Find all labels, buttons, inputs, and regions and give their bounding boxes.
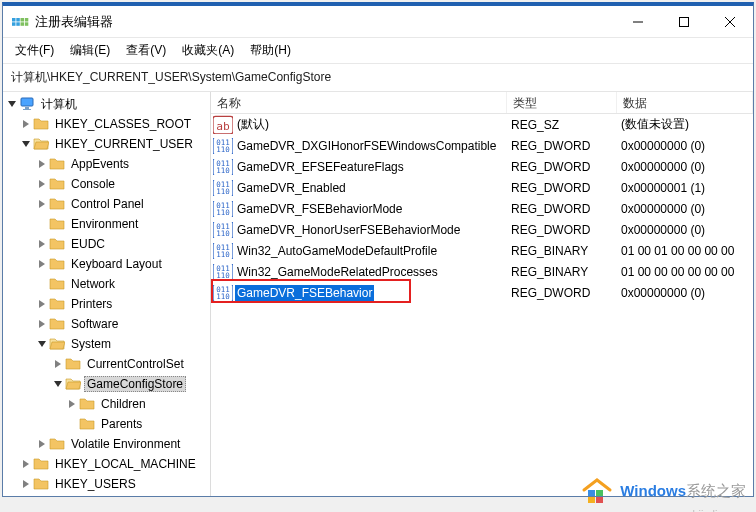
list-header[interactable]: 名称 类型 数据 <box>211 92 753 114</box>
tree-hkcc[interactable]: HKEY_CURRENT_CONFIG <box>5 494 210 496</box>
value-icon <box>213 117 233 133</box>
chevron-right-icon[interactable] <box>19 120 33 128</box>
tree-eudc[interactable]: EUDC <box>5 234 210 254</box>
tree-printers[interactable]: Printers <box>5 294 210 314</box>
tree-hkcr[interactable]: HKEY_CLASSES_ROOT <box>5 114 210 134</box>
value-type: REG_DWORD <box>505 181 615 195</box>
column-name[interactable]: 名称 <box>211 92 507 113</box>
folder-icon <box>49 157 65 171</box>
tree-appevents[interactable]: AppEvents <box>5 154 210 174</box>
value-row[interactable]: (默认)REG_SZ(数值未设置) <box>211 114 753 135</box>
value-row[interactable]: Win32_GameModeRelatedProcessesREG_BINARY… <box>211 261 753 282</box>
value-type: REG_BINARY <box>505 265 615 279</box>
chevron-down-icon[interactable] <box>35 340 49 348</box>
watermark-text1: Windows <box>620 482 686 499</box>
value-type: REG_DWORD <box>505 160 615 174</box>
value-row[interactable]: GameDVR_EFSEFeatureFlagsREG_DWORD0x00000… <box>211 156 753 177</box>
value-icon <box>213 243 233 259</box>
value-name: Win32_GameModeRelatedProcesses <box>235 264 440 280</box>
folder-icon <box>49 277 65 291</box>
menu-edit[interactable]: 编辑(E) <box>64 39 116 62</box>
tree-volatile-environment[interactable]: Volatile Environment <box>5 434 210 454</box>
folder-icon <box>49 257 65 271</box>
folder-icon <box>49 177 65 191</box>
folder-icon <box>79 397 95 411</box>
minimize-button[interactable] <box>615 7 661 37</box>
tree-hkcu[interactable]: HKEY_CURRENT_USER <box>5 134 210 154</box>
folder-icon <box>49 297 65 311</box>
registry-editor-window: 注册表编辑器 文件(F) 编辑(E) 查看(V) 收藏夹(A) 帮助(H) 计算… <box>2 2 754 497</box>
value-row[interactable]: GameDVR_FSEBehaviorREG_DWORD0x00000000 (… <box>211 282 753 303</box>
column-type[interactable]: 类型 <box>507 92 617 113</box>
value-row[interactable]: GameDVR_HonorUserFSEBehaviorModeREG_DWOR… <box>211 219 753 240</box>
menu-file[interactable]: 文件(F) <box>9 39 60 62</box>
value-type: REG_DWORD <box>505 202 615 216</box>
value-type: REG_DWORD <box>505 139 615 153</box>
maximize-button[interactable] <box>661 7 707 37</box>
tree-pane[interactable]: 计算机 HKEY_CLASSES_ROOT HKEY_CURRENT_USER … <box>3 92 211 496</box>
chevron-right-icon[interactable] <box>35 180 49 188</box>
tree-console[interactable]: Console <box>5 174 210 194</box>
tree-control-panel[interactable]: Control Panel <box>5 194 210 214</box>
value-data: 0x00000001 (1) <box>615 181 753 195</box>
chevron-right-icon[interactable] <box>19 460 33 468</box>
value-type: REG_DWORD <box>505 223 615 237</box>
value-row[interactable]: Win32_AutoGameModeDefaultProfileREG_BINA… <box>211 240 753 261</box>
value-data: 0x00000000 (0) <box>615 286 753 300</box>
chevron-right-icon[interactable] <box>65 400 79 408</box>
value-name: Win32_AutoGameModeDefaultProfile <box>235 243 439 259</box>
value-icon <box>213 222 233 238</box>
value-icon <box>213 285 233 301</box>
value-name: GameDVR_FSEBehaviorMode <box>235 201 404 217</box>
svg-rect-19 <box>588 497 595 503</box>
watermark-text2: 系统之家 <box>686 482 746 499</box>
chevron-down-icon[interactable] <box>51 380 65 388</box>
chevron-right-icon[interactable] <box>35 440 49 448</box>
chevron-right-icon[interactable] <box>35 200 49 208</box>
tree-currentcontrolset[interactable]: CurrentControlSet <box>5 354 210 374</box>
value-row[interactable]: GameDVR_FSEBehaviorModeREG_DWORD0x000000… <box>211 198 753 219</box>
value-type: REG_BINARY <box>505 244 615 258</box>
address-bar[interactable]: 计算机\HKEY_CURRENT_USER\System\GameConfigS… <box>3 64 753 92</box>
value-name: GameDVR_HonorUserFSEBehaviorMode <box>235 222 462 238</box>
tree-system[interactable]: System <box>5 334 210 354</box>
chevron-right-icon[interactable] <box>35 320 49 328</box>
chevron-right-icon[interactable] <box>35 300 49 308</box>
window-title: 注册表编辑器 <box>35 13 615 31</box>
tree-environment[interactable]: Environment <box>5 214 210 234</box>
tree-parents[interactable]: Parents <box>5 414 210 434</box>
titlebar[interactable]: 注册表编辑器 <box>3 6 753 38</box>
chevron-down-icon[interactable] <box>19 140 33 148</box>
folder-open-icon <box>33 137 49 151</box>
menu-help[interactable]: 帮助(H) <box>244 39 297 62</box>
value-name: GameDVR_FSEBehavior <box>235 285 374 301</box>
svg-rect-16 <box>680 17 689 26</box>
tree-gameconfigstore[interactable]: GameConfigStore <box>5 374 210 394</box>
folder-icon <box>33 117 49 131</box>
list-body[interactable]: (默认)REG_SZ(数值未设置)GameDVR_DXGIHonorFSEWin… <box>211 114 753 496</box>
chevron-right-icon[interactable] <box>19 480 33 488</box>
chevron-right-icon[interactable] <box>35 240 49 248</box>
close-button[interactable] <box>707 7 753 37</box>
chevron-right-icon[interactable] <box>51 360 65 368</box>
tree-children[interactable]: Children <box>5 394 210 414</box>
value-icon <box>213 138 233 154</box>
folder-open-icon <box>65 377 81 391</box>
tree-hku[interactable]: HKEY_USERS <box>5 474 210 494</box>
tree-computer[interactable]: 计算机 <box>5 94 210 114</box>
menu-view[interactable]: 查看(V) <box>120 39 172 62</box>
menubar: 文件(F) 编辑(E) 查看(V) 收藏夹(A) 帮助(H) <box>3 38 753 64</box>
tree-software[interactable]: Software <box>5 314 210 334</box>
column-data[interactable]: 数据 <box>617 92 753 113</box>
value-icon <box>213 159 233 175</box>
tree-network[interactable]: Network <box>5 274 210 294</box>
chevron-right-icon[interactable] <box>35 260 49 268</box>
tree-keyboard-layout[interactable]: Keyboard Layout <box>5 254 210 274</box>
tree-hklm[interactable]: HKEY_LOCAL_MACHINE <box>5 454 210 474</box>
chevron-down-icon[interactable] <box>5 100 19 108</box>
chevron-right-icon[interactable] <box>35 160 49 168</box>
folder-icon <box>49 317 65 331</box>
value-row[interactable]: GameDVR_DXGIHonorFSEWindowsCompatibleREG… <box>211 135 753 156</box>
menu-favorites[interactable]: 收藏夹(A) <box>176 39 240 62</box>
value-row[interactable]: GameDVR_EnabledREG_DWORD0x00000001 (1) <box>211 177 753 198</box>
